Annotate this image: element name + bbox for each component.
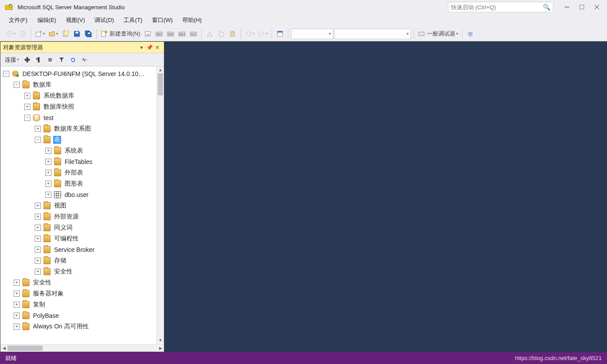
save-button[interactable] bbox=[72, 29, 82, 39]
scroll-thumb[interactable] bbox=[158, 73, 163, 95]
collapse-icon[interactable]: − bbox=[24, 115, 30, 121]
refresh-icon[interactable] bbox=[68, 55, 78, 65]
vertical-scrollbar[interactable]: ▲ ▼ bbox=[156, 66, 164, 344]
toolbar-overflow-button[interactable] bbox=[465, 29, 476, 39]
scroll-thumb[interactable] bbox=[7, 346, 43, 351]
tree-node-security-db[interactable]: +安全性 bbox=[0, 266, 164, 277]
tree-node-db-snapshot[interactable]: +数据库快照 bbox=[0, 101, 164, 112]
tree-node-polybase[interactable]: +PolyBase bbox=[0, 310, 164, 321]
tree-node-system-db[interactable]: +系统数据库 bbox=[0, 90, 164, 101]
menu-edit[interactable]: 编辑(E) bbox=[33, 15, 61, 25]
quick-launch-input[interactable] bbox=[451, 4, 543, 11]
menu-view[interactable]: 视图(V) bbox=[62, 15, 89, 25]
expand-icon[interactable]: + bbox=[14, 280, 20, 286]
tree-node-server[interactable]: −DESKTOP-FUI6NFM (SQL Server 14.0.10… bbox=[0, 68, 164, 79]
panel-pin-icon[interactable]: 📌 bbox=[145, 44, 153, 51]
tree-node-server-objects[interactable]: +服务器对象 bbox=[0, 288, 164, 299]
document-area bbox=[164, 41, 607, 352]
tree-node-test-db[interactable]: −test bbox=[0, 112, 164, 123]
collapse-icon[interactable]: − bbox=[35, 137, 41, 143]
panel-close-icon[interactable]: ✕ bbox=[153, 44, 161, 51]
activity-icon[interactable] bbox=[80, 55, 89, 65]
tree-node-databases[interactable]: −数据库 bbox=[0, 79, 164, 90]
expand-icon[interactable]: + bbox=[14, 302, 20, 308]
solution-config-combo[interactable]: ▾ bbox=[291, 29, 333, 39]
tree-node-system-tables[interactable]: +系统表 bbox=[0, 145, 164, 156]
panel-dropdown-icon[interactable]: ▾ bbox=[138, 44, 145, 51]
expand-icon[interactable]: + bbox=[14, 313, 20, 319]
tree-node-service-broker[interactable]: +Service Broker bbox=[0, 244, 164, 255]
expand-icon[interactable]: + bbox=[14, 291, 20, 297]
dax-button[interactable]: DAX bbox=[188, 29, 199, 39]
tree-node-always-on[interactable]: +Always On 高可用性 bbox=[0, 321, 164, 332]
expand-icon[interactable]: + bbox=[35, 126, 41, 132]
disconnect-icon[interactable] bbox=[34, 55, 44, 65]
status-bar: 就绪 https://blog.csdn.net/fate_sky8521 bbox=[0, 352, 607, 364]
expand-icon[interactable]: + bbox=[35, 225, 41, 231]
tree-node-synonyms[interactable]: +同义词 bbox=[0, 222, 164, 233]
tree-node-views[interactable]: +视图 bbox=[0, 200, 164, 211]
scroll-up-icon[interactable]: ▲ bbox=[157, 66, 164, 73]
expand-icon[interactable]: + bbox=[24, 93, 30, 99]
tree-node-graph-tables[interactable]: +图形表 bbox=[0, 178, 164, 189]
tree-node-dbo-user[interactable]: +dbo.user bbox=[0, 189, 164, 200]
expand-icon[interactable]: + bbox=[45, 148, 51, 154]
tree-node-external-tables[interactable]: +外部表 bbox=[0, 167, 164, 178]
object-tree[interactable]: −DESKTOP-FUI6NFM (SQL Server 14.0.10… −数… bbox=[0, 66, 164, 344]
scroll-down-icon[interactable]: ▼ bbox=[157, 337, 164, 344]
properties-button[interactable] bbox=[275, 29, 285, 39]
scroll-left-icon[interactable]: ◀ bbox=[0, 345, 7, 352]
xevent-button[interactable]: XE bbox=[142, 29, 153, 39]
add-item-button[interactable] bbox=[60, 29, 71, 39]
connect-button[interactable]: 连接 bbox=[3, 55, 21, 65]
scroll-right-icon[interactable]: ▶ bbox=[157, 345, 164, 352]
svg-rect-31 bbox=[232, 31, 233, 32]
filter-icon[interactable] bbox=[57, 55, 66, 65]
expand-icon[interactable]: + bbox=[45, 192, 51, 198]
expand-icon[interactable]: + bbox=[14, 324, 20, 330]
tree-node-replication[interactable]: +复制 bbox=[0, 299, 164, 310]
expand-icon[interactable]: + bbox=[24, 104, 30, 110]
search-icon[interactable]: 🔍 bbox=[543, 4, 550, 11]
horizontal-scrollbar[interactable]: ◀ ▶ bbox=[0, 344, 164, 352]
solution-platform-combo[interactable]: ▾ bbox=[334, 29, 411, 39]
maximize-button[interactable] bbox=[574, 2, 589, 12]
tree-node-filetables[interactable]: +FileTables bbox=[0, 156, 164, 167]
expand-icon[interactable]: + bbox=[35, 269, 41, 275]
expand-icon[interactable]: + bbox=[35, 247, 41, 253]
tree-node-storage[interactable]: +存储 bbox=[0, 255, 164, 266]
expand-icon[interactable]: + bbox=[45, 181, 51, 187]
expand-icon[interactable]: + bbox=[45, 159, 51, 165]
quick-launch[interactable]: 🔍 bbox=[448, 2, 553, 12]
menu-window[interactable]: 窗口(W) bbox=[148, 15, 177, 25]
tree-node-external-resources[interactable]: +外部资源 bbox=[0, 211, 164, 222]
folder-icon bbox=[22, 301, 29, 308]
tree-node-programmability[interactable]: +可编程性 bbox=[0, 233, 164, 244]
node-label: 安全性 bbox=[53, 268, 73, 276]
collapse-icon[interactable]: − bbox=[3, 71, 9, 77]
dmx-button[interactable]: DMX bbox=[165, 29, 176, 39]
menu-tools[interactable]: 工具(T) bbox=[119, 15, 147, 25]
collapse-icon[interactable]: − bbox=[14, 82, 20, 88]
close-button[interactable] bbox=[589, 2, 604, 12]
expand-icon[interactable]: + bbox=[35, 203, 41, 209]
expand-icon[interactable]: + bbox=[35, 236, 41, 242]
open-file-button[interactable] bbox=[47, 29, 59, 39]
tree-node-tables[interactable]: −表 bbox=[0, 134, 164, 145]
debugger-button[interactable]: 一般调试器 bbox=[417, 29, 459, 39]
new-project-button[interactable] bbox=[34, 29, 46, 39]
menu-file[interactable]: 文件(F) bbox=[4, 15, 32, 25]
menu-help[interactable]: 帮助(H) bbox=[178, 15, 206, 25]
connect-server-icon[interactable] bbox=[22, 55, 32, 65]
new-query-button[interactable]: 新建查询(N) bbox=[99, 29, 142, 39]
tree-node-security[interactable]: +安全性 bbox=[0, 277, 164, 288]
mdx-button[interactable]: MDX bbox=[154, 29, 164, 39]
minimize-button[interactable] bbox=[560, 2, 574, 12]
save-all-button[interactable] bbox=[83, 29, 94, 39]
tree-node-db-diagrams[interactable]: +数据库关系图 bbox=[0, 123, 164, 134]
xmla-button[interactable]: XMLA bbox=[177, 29, 187, 39]
expand-icon[interactable]: + bbox=[45, 170, 51, 176]
expand-icon[interactable]: + bbox=[35, 258, 41, 264]
expand-icon[interactable]: + bbox=[35, 214, 41, 220]
menu-debug[interactable]: 调试(D) bbox=[90, 15, 118, 25]
